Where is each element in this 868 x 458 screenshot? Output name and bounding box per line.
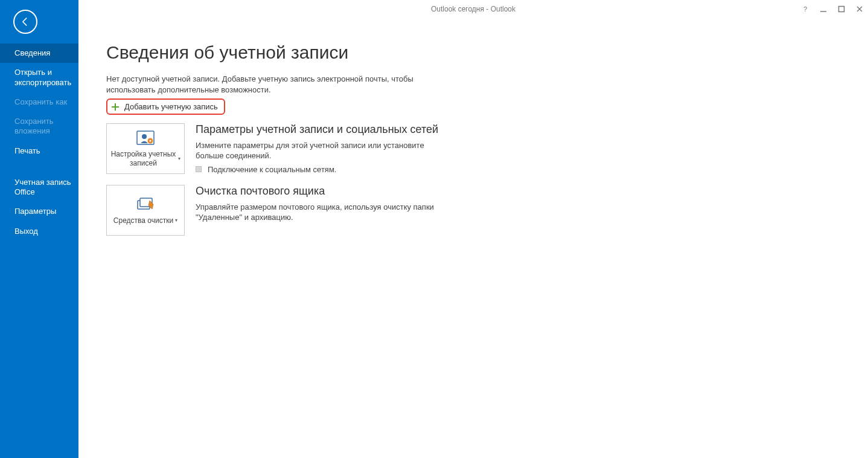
arrow-left-icon [19, 16, 31, 28]
account-settings-button[interactable]: Настройка учетных записей ▾ [106, 123, 185, 174]
svg-text:?: ? [803, 5, 807, 13]
nav-save-as: Сохранить как [0, 92, 78, 112]
window-controls: ? [800, 0, 864, 18]
nav-label: Печать [14, 146, 40, 155]
section-desc: Управляйте размером почтового ящика, исп… [196, 202, 449, 223]
nav-office-account[interactable]: Учетная запись Office [0, 173, 78, 202]
nav-exit[interactable]: Выход [0, 222, 78, 241]
minimize-button[interactable] [819, 4, 828, 14]
nav-label: Сохранить вложения [14, 117, 54, 135]
bullet-row: Подключение к социальным сетям. [196, 165, 449, 174]
main-area: Outlook сегодня - Outlook ? Сведения об … [78, 0, 868, 458]
info-text: Нет доступной учетной записи. Добавьте у… [106, 74, 444, 95]
nav-label: Открыть и экспортировать [14, 68, 71, 86]
section-body: Параметры учетной записи и социальных се… [196, 123, 449, 174]
chevron-down-icon: ▾ [175, 218, 177, 224]
maximize-icon [838, 5, 845, 13]
section-desc: Измените параметры для этой учетной запи… [196, 140, 449, 161]
nav-info[interactable]: Сведения [0, 44, 78, 63]
section-cleanup: Средства очистки ▾ Очистка почтового ящи… [106, 185, 622, 236]
svg-point-8 [142, 134, 147, 139]
svg-rect-2 [839, 7, 844, 12]
maximize-button[interactable] [837, 4, 846, 14]
title-bar: Outlook сегодня - Outlook ? [78, 0, 868, 18]
add-account-button[interactable]: Добавить учетную запись [106, 98, 225, 115]
button-label: Средства очистки [113, 216, 173, 225]
nav-options[interactable]: Параметры [0, 202, 78, 221]
nav-label: Учетная запись Office [14, 178, 71, 196]
section-title: Параметры учетной записи и социальных се… [196, 123, 449, 137]
svg-point-10 [150, 140, 152, 142]
cleanup-tools-icon [135, 196, 156, 213]
help-icon: ? [802, 5, 809, 13]
page-title: Сведения об учетной записи [106, 42, 622, 63]
minimize-icon [820, 5, 827, 13]
account-settings-icon [136, 129, 155, 146]
chevron-down-icon: ▾ [178, 156, 180, 162]
section-body: Очистка почтового ящика Управляйте разме… [196, 185, 449, 227]
content: Сведения об учетной записи Нет доступной… [78, 18, 622, 236]
nav-save-attachments: Сохранить вложения [0, 112, 78, 141]
help-button[interactable]: ? [800, 4, 810, 14]
bullet-text: Подключение к социальным сетям. [208, 165, 336, 174]
nav-label: Параметры [14, 207, 56, 216]
back-button[interactable] [13, 10, 37, 34]
section-account-settings: Настройка учетных записей ▾ Параметры уч… [106, 123, 622, 174]
nav-open-export[interactable]: Открыть и экспортировать [0, 63, 78, 92]
button-label: Настройка учетных записей [110, 150, 176, 168]
cleanup-tools-button[interactable]: Средства очистки ▾ [106, 185, 185, 236]
close-button[interactable] [855, 4, 864, 14]
nav-label: Сохранить как [14, 97, 67, 106]
nav-print[interactable]: Печать [0, 141, 78, 161]
bullet-icon [196, 166, 202, 172]
close-icon [856, 5, 863, 13]
window-title: Outlook сегодня - Outlook [431, 5, 515, 13]
plus-icon [111, 103, 120, 111]
nav-label: Выход [14, 227, 38, 236]
backstage-sidebar: Сведения Открыть и экспортировать Сохран… [0, 0, 78, 458]
add-account-label: Добавить учетную запись [124, 102, 218, 111]
nav-label: Сведения [14, 48, 50, 57]
section-title: Очистка почтового ящика [196, 185, 449, 198]
